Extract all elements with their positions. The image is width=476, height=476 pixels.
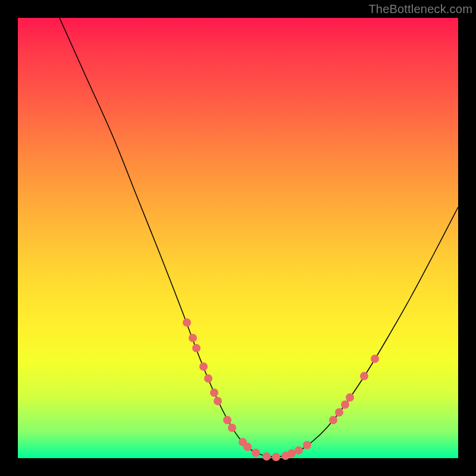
curve-marker bbox=[329, 416, 337, 424]
watermark-text: TheBottleneck.com bbox=[368, 2, 472, 16]
curve-marker bbox=[228, 424, 236, 432]
curve-marker bbox=[360, 372, 368, 380]
curve-left-branch bbox=[60, 18, 274, 457]
curve-marker bbox=[252, 449, 260, 457]
curve-right-branch bbox=[274, 207, 458, 457]
curve-marker bbox=[243, 443, 252, 451]
curve-marker bbox=[192, 344, 201, 352]
curve-marker bbox=[295, 446, 303, 455]
curve-marker bbox=[287, 449, 296, 458]
curve-marker bbox=[214, 397, 222, 405]
curve-marker bbox=[262, 452, 271, 461]
curve-marker bbox=[183, 318, 191, 327]
chart-frame: TheBottleneck.com bbox=[0, 0, 476, 476]
curve-marker bbox=[303, 441, 311, 449]
curve-marker bbox=[346, 393, 354, 402]
curve-marker bbox=[335, 408, 343, 416]
curve-marker bbox=[223, 416, 231, 424]
curve-marker bbox=[371, 355, 379, 363]
curve-marker bbox=[341, 400, 349, 409]
curve-markers bbox=[183, 318, 379, 461]
curve-marker bbox=[189, 334, 197, 342]
curve-marker bbox=[210, 389, 218, 397]
curve-marker bbox=[204, 374, 212, 383]
curve-svg bbox=[18, 18, 458, 458]
curve-marker bbox=[199, 362, 208, 371]
curve-marker bbox=[272, 453, 280, 461]
plot-area bbox=[18, 18, 458, 458]
